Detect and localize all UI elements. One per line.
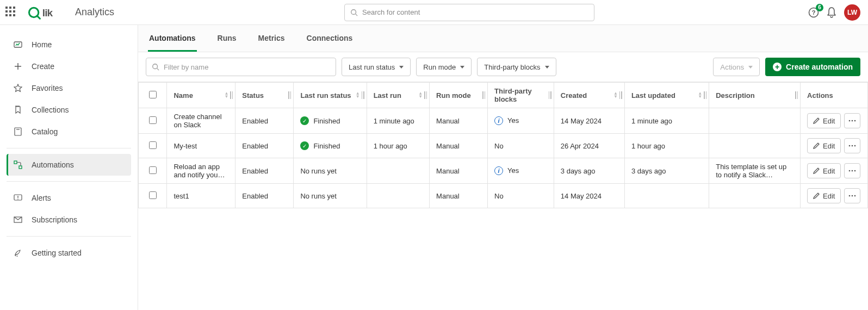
cell-created: 14 May 2024 [554, 108, 624, 134]
cell-name[interactable]: Reload an app and notify you… [167, 158, 235, 184]
cell-last-run [367, 184, 429, 208]
global-search[interactable] [344, 4, 594, 21]
sidebar-item-catalog[interactable]: Catalog [7, 121, 131, 142]
cell-actions: Edit [801, 134, 868, 158]
tab-automations[interactable]: Automations [148, 25, 197, 52]
rocket-icon [13, 249, 23, 257]
star-icon [13, 84, 23, 92]
avatar[interactable]: LW [844, 4, 860, 21]
column-resize-handle[interactable] [362, 91, 364, 99]
sidebar-item-favorites[interactable]: Favorites [7, 77, 131, 99]
filter-input[interactable] [164, 63, 330, 71]
more-button[interactable] [844, 113, 860, 128]
cell-tpb: iYes [488, 158, 554, 184]
sidebar-divider [7, 181, 131, 182]
more-icon [848, 170, 856, 172]
cell-created: 3 days ago [554, 158, 624, 184]
plus-icon [13, 63, 23, 70]
tab-runs[interactable]: Runs [216, 25, 238, 52]
edit-button[interactable]: Edit [807, 113, 841, 128]
cell-last-updated: 3 days ago [624, 158, 709, 184]
search-input[interactable] [362, 8, 588, 16]
cell-name[interactable]: Create channel on Slack [167, 108, 235, 134]
filter-by-name[interactable] [146, 58, 336, 76]
cell-status: Enabled [235, 158, 294, 184]
bulk-actions-button[interactable]: Actions [713, 58, 760, 76]
row-checkbox[interactable] [149, 116, 157, 124]
toolbar: Last run status Run mode Third-party blo… [138, 52, 868, 82]
cell-description [709, 134, 801, 158]
filter-run-mode[interactable]: Run mode [416, 58, 472, 76]
app-launcher-icon[interactable] [5, 7, 17, 18]
table-row: Reload an app and notify you…EnabledNo r… [139, 158, 868, 184]
bell-icon [827, 7, 836, 18]
cell-name[interactable]: My-test [167, 134, 235, 158]
sidebar-item-subscriptions[interactable]: Subscriptions [7, 209, 131, 231]
col-header-last-run[interactable]: Last run ▲▼ [367, 83, 429, 108]
chevron-down-icon [748, 66, 753, 69]
row-checkbox[interactable] [149, 141, 157, 149]
svg-point-30 [852, 195, 853, 197]
more-button[interactable] [844, 138, 860, 153]
sidebar-item-home[interactable]: Home [7, 34, 131, 55]
cell-tpb: No [488, 184, 554, 208]
bell-button[interactable] [827, 7, 836, 18]
sidebar-item-create[interactable]: Create [7, 55, 131, 77]
column-resize-handle[interactable] [704, 91, 706, 99]
pencil-icon [813, 193, 820, 199]
check-circle-icon: ✓ [300, 141, 309, 150]
col-header-description[interactable]: Description [709, 83, 801, 108]
filter-last-run-status[interactable]: Last run status [342, 58, 411, 76]
svg-point-23 [849, 145, 851, 147]
more-button[interactable] [844, 163, 860, 178]
more-icon [848, 145, 856, 147]
column-resize-handle[interactable] [424, 91, 427, 99]
col-header-created[interactable]: Created ▲▼ [554, 83, 624, 108]
col-header-name[interactable]: Name ▲▼ [167, 83, 235, 108]
edit-button[interactable]: Edit [807, 138, 841, 153]
edit-button[interactable]: Edit [807, 188, 841, 203]
mail-icon [13, 216, 23, 223]
svg-line-1 [37, 16, 40, 18]
svg-rect-13 [19, 166, 22, 169]
create-automation-button[interactable]: + Create automation [765, 58, 860, 76]
sidebar-item-alerts[interactable]: Alerts [7, 187, 131, 209]
more-button[interactable] [844, 188, 860, 203]
column-resize-handle[interactable] [549, 91, 551, 99]
sidebar-item-getting-started[interactable]: Getting started [7, 242, 131, 264]
sidebar-item-collections[interactable]: Collections [7, 99, 131, 121]
column-resize-handle[interactable] [619, 91, 622, 99]
cell-last-updated [624, 184, 709, 208]
chevron-down-icon [460, 66, 464, 69]
cell-actions: Edit [801, 184, 868, 208]
select-all-checkbox[interactable] [149, 91, 157, 98]
col-header-last-run-status[interactable]: Last run status ▲▼ [294, 83, 367, 108]
col-header-tpb[interactable]: Third-party blocks [488, 83, 554, 108]
help-button[interactable]: ? 6 [808, 7, 819, 18]
sidebar-item-label: Favorites [32, 84, 63, 92]
sidebar-item-label: Catalog [32, 127, 58, 136]
tab-connections[interactable]: Connections [306, 25, 354, 52]
column-resize-handle[interactable] [288, 91, 291, 99]
svg-point-25 [854, 145, 856, 147]
svg-rect-10 [15, 128, 21, 135]
button-label: Create automation [786, 63, 853, 71]
sidebar-item-automations[interactable]: Automations [7, 154, 131, 176]
cell-name[interactable]: test1 [167, 184, 235, 208]
column-resize-handle[interactable] [482, 91, 485, 99]
row-checkbox[interactable] [149, 191, 157, 199]
filter-third-party-blocks[interactable]: Third-party blocks [477, 58, 556, 76]
cell-last-run-status: No runs yet [294, 184, 367, 208]
svg-line-4 [356, 14, 358, 16]
col-header-status[interactable]: Status [235, 83, 294, 108]
logo[interactable]: lik Analytics [27, 5, 114, 20]
svg-point-3 [351, 9, 356, 14]
row-checkbox[interactable] [149, 166, 157, 174]
column-resize-handle[interactable] [795, 91, 798, 99]
tab-metrics[interactable]: Metrics [257, 25, 286, 52]
alert-icon [13, 194, 23, 202]
col-header-run-mode[interactable]: Run mode [430, 83, 488, 108]
col-header-last-updated[interactable]: Last updated ▲▼ [624, 83, 709, 108]
edit-button[interactable]: Edit [807, 163, 841, 178]
column-resize-handle[interactable] [230, 91, 233, 99]
